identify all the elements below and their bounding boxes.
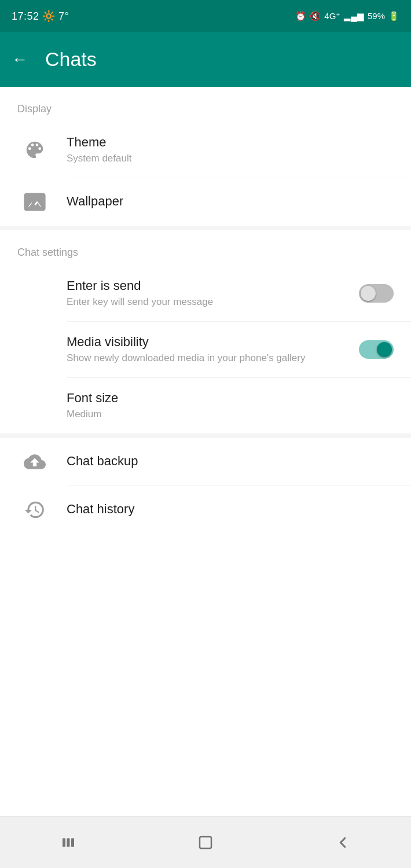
font-size-subtitle: Medium [67, 408, 394, 421]
signal-icon: ▂▄▆ [344, 11, 364, 21]
svg-rect-2 [67, 838, 70, 847]
media-visibility-item[interactable]: Media visibility Show newly downloaded m… [0, 322, 411, 377]
status-bar: 17:52 🔆 7° ⏰ 🔇 4G⁺ ▂▄▆ 59% 🔋 [0, 0, 411, 32]
battery-level: 59% [368, 11, 385, 21]
nav-bar [0, 816, 411, 868]
temperature: 7° [58, 10, 69, 22]
enter-is-send-toggle-knob [361, 286, 376, 301]
theme-subtitle: System default [67, 152, 394, 165]
enter-is-send-subtitle: Enter key will send your message [67, 296, 359, 308]
home-button[interactable] [182, 828, 229, 857]
page-title: Chats [45, 48, 97, 71]
chat-history-text: Chat history [67, 502, 394, 518]
chat-backup-text: Chat backup [67, 454, 394, 470]
svg-rect-4 [200, 837, 211, 848]
svg-rect-1 [63, 838, 65, 847]
media-visibility-title: Media visibility [67, 334, 359, 350]
section-divider-1 [0, 226, 411, 230]
svg-rect-3 [71, 838, 74, 847]
chat-history-icon [17, 499, 52, 521]
back-nav-button[interactable] [320, 828, 366, 857]
settings-content: Display Theme System default Wallpaper C… [0, 87, 411, 816]
enter-is-send-toggle-container [359, 284, 394, 303]
page-header: ← Chats [0, 32, 411, 87]
back-button[interactable]: ← [12, 50, 28, 69]
chat-settings-section-label: Chat settings [0, 230, 411, 266]
display-section-label: Display [0, 87, 411, 122]
wallpaper-text: Wallpaper [67, 194, 394, 210]
recent-apps-button[interactable] [45, 828, 91, 857]
time: 17:52 [12, 10, 39, 22]
section-divider-2 [0, 433, 411, 438]
silent-icon: 🔇 [310, 11, 321, 21]
media-visibility-subtitle: Show newly downloaded media in your phon… [67, 352, 359, 365]
theme-item[interactable]: Theme System default [0, 122, 411, 178]
enter-is-send-toggle[interactable] [359, 284, 394, 303]
enter-is-send-item[interactable]: Enter is send Enter key will send your m… [0, 266, 411, 321]
font-size-text: Font size Medium [67, 391, 394, 421]
network-icon: 4G⁺ [324, 11, 340, 21]
enter-is-send-title: Enter is send [67, 278, 359, 293]
media-visibility-text: Media visibility Show newly downloaded m… [67, 334, 359, 365]
wallpaper-title: Wallpaper [67, 194, 394, 209]
theme-text: Theme System default [67, 135, 394, 165]
wallpaper-item[interactable]: Wallpaper [0, 178, 411, 226]
font-size-item[interactable]: Font size Medium [0, 378, 411, 433]
media-visibility-toggle[interactable] [359, 340, 394, 359]
theme-icon [17, 139, 52, 161]
battery-icon: 🔋 [388, 11, 399, 21]
alarm-icon: ⏰ [295, 11, 306, 21]
font-size-title: Font size [67, 391, 394, 406]
wallpaper-icon [17, 191, 52, 213]
enter-is-send-text: Enter is send Enter key will send your m… [67, 278, 359, 308]
status-right-icons: ⏰ 🔇 4G⁺ ▂▄▆ 59% 🔋 [295, 11, 399, 21]
chat-history-title: Chat history [67, 502, 394, 517]
chat-backup-title: Chat backup [67, 454, 394, 469]
media-visibility-toggle-container [359, 340, 394, 359]
theme-title: Theme [67, 135, 394, 150]
media-visibility-toggle-knob [377, 342, 392, 357]
status-time-temp: 17:52 🔆 7° [12, 10, 69, 23]
chat-backup-icon [17, 451, 52, 473]
chat-history-item[interactable]: Chat history [0, 486, 411, 534]
chat-backup-item[interactable]: Chat backup [0, 438, 411, 486]
status-icons: 🔆 [42, 10, 58, 22]
